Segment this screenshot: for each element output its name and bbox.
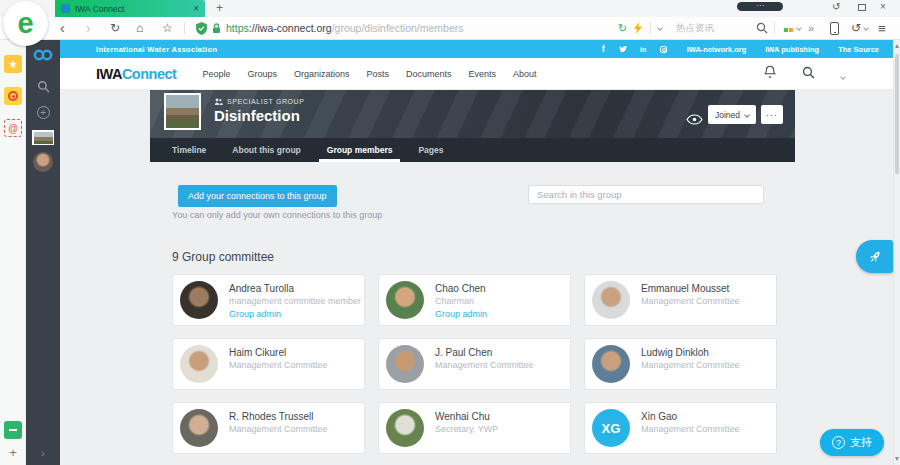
menu-item-people[interactable]: People [202, 69, 230, 79]
mobile-phone-icon[interactable] [830, 17, 839, 39]
menu-item-groups[interactable]: Groups [247, 69, 277, 79]
rail-collapse-icon[interactable]: › [26, 448, 60, 459]
tab-timeline[interactable]: Timeline [172, 138, 206, 162]
member-name[interactable]: Haim Cikurel [229, 347, 286, 358]
tab-close-icon[interactable]: × [193, 4, 199, 14]
window-restore-icon[interactable]: ↺ [832, 1, 840, 12]
site-logo[interactable]: IWAConnect [96, 66, 176, 82]
security-shield-icon[interactable] [196, 17, 207, 39]
hot-search-suggestion[interactable]: 热点资讯 [676, 17, 714, 39]
group-admin-link[interactable]: Group admin [229, 309, 281, 319]
member-name[interactable]: Chao Chen [435, 283, 486, 294]
user-avatar[interactable] [26, 152, 60, 172]
topbar-link-source[interactable]: The Source [838, 45, 879, 54]
weibo-icon[interactable] [4, 87, 22, 105]
member-name[interactable]: Andrea Turolla [229, 283, 294, 294]
browser-tab-active[interactable]: IWA Connect × [55, 0, 205, 17]
scrollbar-thumb[interactable] [895, 54, 899, 174]
browser-menu-logo[interactable]: e [3, 1, 48, 46]
linkedin-icon[interactable]: in [639, 46, 648, 53]
member-name[interactable]: Emmanuel Mousset [641, 283, 729, 294]
support-button[interactable]: ? 支持 [820, 429, 884, 456]
menu-item-documents[interactable]: Documents [406, 69, 452, 79]
forward-icon[interactable]: › [86, 17, 91, 39]
tab-group-members[interactable]: Group members [327, 138, 393, 162]
notes-icon[interactable] [4, 421, 22, 439]
recorder-pill[interactable]: ⋯ [737, 2, 783, 11]
tab-pages[interactable]: Pages [418, 138, 443, 162]
member-card[interactable]: R. Rhodes Trussell Management Committee [172, 402, 365, 454]
member-avatar[interactable] [386, 281, 424, 319]
page-scrollbar[interactable] [893, 40, 900, 465]
joined-button[interactable]: Joined [708, 105, 756, 124]
undo-chevron-icon[interactable] [864, 17, 868, 39]
lightning-icon[interactable] [634, 17, 642, 39]
address-url[interactable]: https://iwa-connect.org/group/disinfecti… [226, 17, 464, 39]
member-avatar[interactable] [592, 281, 630, 319]
menu-icon[interactable]: ≡ [878, 17, 886, 39]
member-card[interactable]: Emmanuel Mousset Management Committee [584, 274, 777, 326]
watch-eye-icon[interactable] [686, 111, 703, 129]
member-name[interactable]: Wenhai Chu [435, 411, 490, 422]
favorites-star-icon[interactable]: ★ [4, 55, 22, 73]
member-card[interactable]: Wenhai Chu Secretary, YWP [378, 402, 571, 454]
member-avatar[interactable] [386, 409, 424, 447]
member-name[interactable]: Xin Gao [641, 411, 677, 422]
member-card[interactable]: Haim Cikurel Management Committee [172, 338, 365, 390]
share-rocket-button[interactable] [856, 240, 893, 273]
topbar-link-network[interactable]: IWA-network.org [687, 45, 747, 54]
rail-search-icon[interactable] [26, 80, 60, 93]
topbar-link-publishing[interactable]: IWA publishing [765, 45, 819, 54]
member-card[interactable]: Chao Chen Chairman Group admin [378, 274, 571, 326]
scrollbar-up-arrow[interactable] [895, 44, 899, 48]
member-card[interactable]: Andrea Turolla management committee memb… [172, 274, 365, 326]
dropdown-chevron-icon[interactable] [658, 17, 662, 39]
member-name[interactable]: J. Paul Chen [435, 347, 492, 358]
profile-menu-chevron-icon[interactable] [841, 65, 845, 83]
auto-refresh-icon[interactable]: ↻ [618, 17, 627, 39]
member-name[interactable]: R. Rhodes Trussell [229, 411, 313, 422]
member-card[interactable]: Ludwig Dinkloh Management Committee [584, 338, 777, 390]
add-sidebar-item-icon[interactable]: + [4, 443, 22, 461]
undo-icon[interactable]: ↺ [851, 17, 861, 39]
home-icon[interactable]: ⌂ [136, 17, 143, 39]
member-avatar[interactable] [180, 281, 218, 319]
menu-item-events[interactable]: Events [469, 69, 497, 79]
add-connections-button[interactable]: Add your connections to this group [178, 185, 337, 207]
more-extensions-icon[interactable]: » [808, 17, 814, 39]
mention-at-icon[interactable]: @ [4, 119, 22, 137]
refresh-icon[interactable]: ↻ [110, 17, 120, 39]
tab-about-this-group[interactable]: About this group [232, 138, 300, 162]
more-options-button[interactable]: ··· [761, 105, 783, 124]
group-search-input[interactable] [528, 185, 764, 204]
menu-item-about[interactable]: About [513, 69, 537, 79]
rail-add-icon[interactable]: + [26, 106, 60, 119]
instagram-icon[interactable] [659, 46, 668, 53]
member-avatar[interactable] [592, 345, 630, 383]
facebook-icon[interactable]: f [599, 44, 608, 54]
member-avatar[interactable] [180, 345, 218, 383]
nav-search-icon[interactable] [802, 65, 815, 83]
group-logo[interactable] [164, 93, 201, 130]
group-admin-link[interactable]: Group admin [435, 309, 487, 319]
notifications-bell-icon[interactable] [764, 65, 776, 83]
scrollbar-down-arrow[interactable] [895, 457, 899, 461]
member-avatar[interactable] [180, 409, 218, 447]
window-close-icon[interactable]: × [880, 1, 886, 12]
apps-chevron-icon[interactable] [797, 17, 801, 39]
group-logo-thumbnail[interactable] [26, 130, 60, 145]
twitter-icon[interactable] [619, 46, 628, 53]
member-name[interactable]: Ludwig Dinkloh [641, 347, 709, 358]
member-card[interactable]: XG Xin Gao Management Committee [584, 402, 777, 454]
member-avatar[interactable] [386, 345, 424, 383]
back-icon[interactable]: ‹ [60, 17, 65, 39]
new-tab-button[interactable]: + [216, 1, 223, 15]
search-icon[interactable] [756, 17, 768, 39]
member-card[interactable]: J. Paul Chen Management Committee [378, 338, 571, 390]
iwa-connect-logo-icon[interactable] [26, 49, 60, 61]
menu-item-posts[interactable]: Posts [366, 69, 389, 79]
menu-item-organizations[interactable]: Organizations [294, 69, 350, 79]
window-maximize-icon[interactable] [858, 4, 866, 11]
bookmark-star-icon[interactable]: ☆ [162, 17, 173, 39]
member-avatar[interactable]: XG [592, 409, 630, 447]
